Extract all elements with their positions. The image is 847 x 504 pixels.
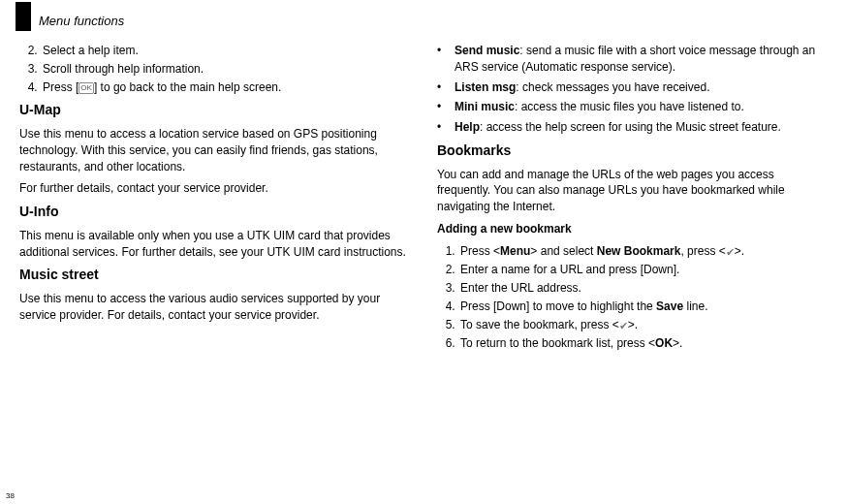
new-bookmark-label: New Bookmark [597, 244, 681, 258]
help-steps-list: Select a help item. Scroll through help … [19, 43, 410, 95]
umap-paragraph-1: Use this menu to access a location servi… [19, 126, 410, 174]
feature-term: Mini music [455, 100, 515, 113]
check-icon: ✔ [726, 245, 735, 260]
list-item: •Help: access the help screen for using … [437, 119, 828, 136]
feature-term: Send music [455, 44, 519, 57]
bullet-icon: • [437, 79, 455, 96]
left-column: Select a help item. Scroll through help … [19, 43, 410, 358]
feature-list: •Send music: send a music file with a sh… [437, 43, 828, 136]
feature-term: Help [455, 120, 480, 134]
save-label: Save [656, 299, 683, 313]
step-text-suffix: ] to go back to the main help screen. [94, 80, 281, 94]
content-columns: Select a help item. Scroll through help … [0, 8, 847, 358]
t: line. [683, 299, 707, 313]
adding-bookmark-heading: Adding a new bookmark [437, 221, 828, 237]
step-text: Select a help item. [43, 44, 139, 57]
feature-term: Listen msg [455, 80, 516, 94]
right-column: •Send music: send a music file with a sh… [437, 43, 828, 358]
ok-label: OK [655, 336, 673, 350]
t: > and select [530, 244, 596, 258]
page: Menu functions Select a help item. Scrol… [0, 0, 847, 504]
uinfo-heading: U-Info [19, 203, 410, 222]
t: >. [673, 336, 682, 350]
t: >. [628, 318, 638, 331]
bullet-icon: • [437, 43, 455, 76]
list-item: Enter the URL address. [458, 280, 828, 297]
umap-heading: U-Map [19, 101, 410, 120]
list-item: Enter a name for a URL and press [Down]. [458, 262, 828, 278]
t: To return to the bookmark list, press < [460, 336, 655, 350]
list-item: •Mini music: access the music files you … [437, 99, 828, 115]
list-item: To save the bookmark, press <✔>. [458, 317, 828, 333]
list-item: Select a help item. [41, 43, 410, 59]
list-item: •Listen msg: check messages you have rec… [437, 79, 828, 96]
check-icon: ✔ [619, 319, 628, 333]
feature-desc: : access the music files you have listen… [515, 100, 744, 113]
umap-paragraph-2: For further details, contact your servic… [19, 180, 410, 197]
t: Enter a name for a URL and press [Down]. [460, 263, 679, 276]
feature-text: Mini music: access the music files you h… [455, 99, 744, 115]
uinfo-paragraph: This menu is available only when you use… [19, 228, 410, 261]
t: Press [Down] to move to highlight the [460, 299, 656, 313]
page-number: 38 [6, 491, 15, 500]
t: To save the bookmark, press < [460, 318, 619, 331]
list-item: Press [Down] to move to highlight the Sa… [458, 299, 828, 315]
feature-text: Help: access the help screen for using t… [455, 119, 781, 136]
feature-text: Listen msg: check messages you have rece… [455, 79, 709, 96]
feature-desc: : access the help screen for using the M… [480, 120, 781, 134]
ok-key-icon: OK [78, 82, 94, 94]
feature-desc: : check messages you have received. [516, 80, 709, 94]
feature-text: Send music: send a music file with a sho… [455, 43, 828, 76]
bullet-icon: • [437, 119, 455, 136]
music-street-heading: Music street [19, 266, 410, 285]
t: Enter the URL address. [460, 281, 581, 295]
page-header: Menu functions [39, 14, 124, 28]
music-street-paragraph: Use this menu to access the various audi… [19, 291, 410, 324]
add-bookmark-steps: Press <Menu> and select New Bookmark, pr… [437, 243, 828, 352]
list-item: Scroll through help information. [41, 61, 410, 78]
step-text: Scroll through help information. [43, 62, 204, 76]
menu-label: Menu [500, 244, 530, 258]
bullet-icon: • [437, 99, 455, 115]
t: Press < [460, 244, 500, 258]
bookmarks-paragraph: You can add and manage the URLs of the w… [437, 167, 828, 215]
list-item: To return to the bookmark list, press <O… [458, 335, 828, 352]
t: >. [735, 244, 744, 258]
header-accent-bar [16, 2, 31, 31]
list-item: Press <Menu> and select New Bookmark, pr… [458, 243, 828, 260]
list-item: •Send music: send a music file with a sh… [437, 43, 828, 76]
step-text-prefix: Press [ [43, 80, 78, 94]
list-item: Press [OK] to go back to the main help s… [41, 79, 410, 96]
t: , press < [680, 244, 725, 258]
bookmarks-heading: Bookmarks [437, 142, 828, 161]
